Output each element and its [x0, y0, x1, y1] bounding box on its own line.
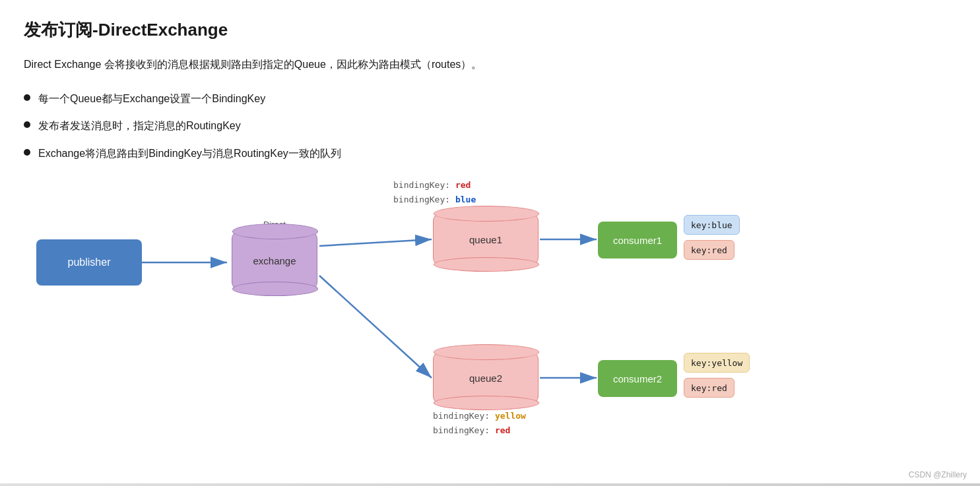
exchange-wrap: Direct exchange	[228, 220, 321, 295]
binding-key-q1-1-val: red	[455, 180, 471, 190]
bullet-text-1: 每一个Queue都与Exchange设置一个BindingKey	[38, 90, 265, 107]
bottom-border	[0, 483, 980, 486]
queue1-label: queue1	[469, 234, 502, 245]
csdn-watermark: CSDN @Zhillery	[909, 470, 967, 479]
svg-line-3	[319, 276, 432, 378]
binding-key-q2-1: bindingKey: yellow	[433, 411, 526, 421]
bullet-item-1: 每一个Queue都与Exchange设置一个BindingKey	[24, 85, 956, 113]
queue2-wrap: queue2	[433, 351, 539, 411]
binding-key-q1-2: bindingKey: blue	[393, 195, 476, 204]
bullet-dot-1	[24, 94, 30, 101]
consumer1-key-red: key:red	[684, 240, 735, 260]
bullet-text-3: Exchange将消息路由到BindingKey与消息RoutingKey一致的…	[38, 145, 341, 162]
consumer1-key-blue: key:blue	[684, 215, 740, 235]
publisher-box: publisher	[36, 239, 142, 286]
svg-line-2	[319, 239, 432, 246]
queue1-wrap: queue1	[433, 213, 539, 272]
binding-key-q2-1-val: yellow	[495, 411, 526, 421]
bullet-dot-2	[24, 121, 30, 128]
consumer2-key-red: key:red	[684, 378, 735, 398]
consumer2-box: consumer2	[598, 360, 677, 397]
binding-key-q1-2-val: blue	[455, 195, 476, 204]
description-text: Direct Exchange 会将接收到的消息根据规则路由到指定的Queue，…	[24, 56, 956, 73]
consumer2-label: consumer2	[613, 373, 662, 384]
queue2-label: queue2	[469, 373, 502, 384]
exchange-cylinder: exchange	[232, 231, 317, 290]
consumer1-label: consumer1	[613, 235, 662, 246]
binding-key-q2-2: bindingKey: red	[433, 425, 510, 435]
bullet-list: 每一个Queue都与Exchange设置一个BindingKey 发布者发送消息…	[24, 85, 956, 167]
consumer2-key-yellow: key:yellow	[684, 353, 750, 373]
bullet-item-2: 发布者发送消息时，指定消息的RoutingKey	[24, 112, 956, 140]
bullet-item-3: Exchange将消息路由到BindingKey与消息RoutingKey一致的…	[24, 140, 956, 167]
diagram-area: publisher Direct exchange bindingKey: re…	[24, 173, 956, 457]
exchange-label: exchange	[253, 254, 296, 268]
consumer1-box: consumer1	[598, 222, 677, 258]
queue2-cylinder: queue2	[433, 351, 539, 404]
binding-key-q1-1: bindingKey: red	[393, 180, 471, 190]
publisher-label: publisher	[68, 257, 111, 268]
page-title: 发布订阅-DirectExchange	[24, 18, 956, 42]
binding-key-q2-2-val: red	[495, 425, 510, 435]
queue1-cylinder: queue1	[433, 213, 539, 266]
bullet-dot-3	[24, 149, 30, 156]
bullet-text-2: 发布者发送消息时，指定消息的RoutingKey	[38, 117, 241, 135]
